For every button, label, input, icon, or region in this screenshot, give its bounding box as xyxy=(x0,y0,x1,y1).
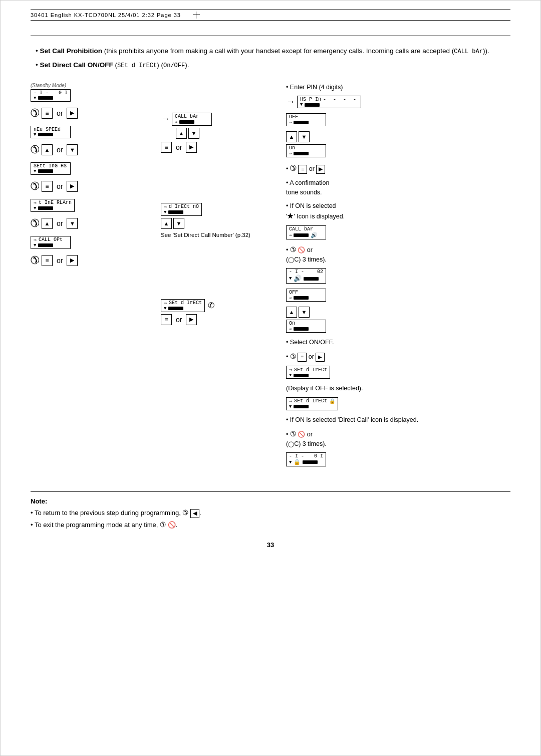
lcd-new-speed: nEu SPEEd ▼ xyxy=(31,126,71,138)
lcd-on2: On ⇒ xyxy=(286,320,326,333)
step-call-bar: → CALL bAr ⇒ ▲ ▼ xyxy=(161,113,281,153)
tone-sounds-text: tone sounds. xyxy=(286,189,322,196)
lcd-la-line1: t InE RLArn xyxy=(39,200,72,205)
lcd-sdr2-bar xyxy=(294,405,309,408)
lcd-off1-arrow: ⇒ xyxy=(289,120,292,125)
note-bold: Note: xyxy=(31,497,47,505)
handset-icon-3t1: ✆ xyxy=(290,244,296,255)
set-direct-action: ≡ or ▶ xyxy=(161,314,281,325)
step-standby: (Standby Mode) - I - 0 I ▼ xyxy=(31,83,151,102)
lcd-hp-bar xyxy=(305,103,320,107)
up-btn-2: ▲ xyxy=(42,218,53,229)
lcd-sdm-line1: SEt d IrECt xyxy=(169,300,202,306)
or-text-3: or xyxy=(57,182,63,190)
handset-icon-r1: ✆ xyxy=(290,162,297,174)
lcd-set-direct-mid: ⇒ SEt d IrECt ▼ xyxy=(161,299,205,312)
header-bar: 30401 English KX-TCD700NL 25/4/01 2:32 P… xyxy=(31,10,510,21)
right-r2: ▶ xyxy=(316,353,325,362)
lcd-dn-signal: ▼ xyxy=(164,210,166,215)
lcd-ns-bar xyxy=(38,133,53,136)
right-cb: ▶ xyxy=(186,142,197,153)
intro-bullet2: • Set Direct Call ON/OFF (SEt d IrECt) (… xyxy=(36,60,510,70)
header-crosshair xyxy=(193,12,200,19)
enter-pin-item: • Enter PIN (4 digits) xyxy=(286,83,510,92)
lcd-la-signal: ▼ xyxy=(34,206,36,211)
down-off1: ▼ xyxy=(299,131,310,142)
lcd-hp-dashes: - - - - xyxy=(323,97,358,102)
up-btn-1: ▲ xyxy=(42,144,53,155)
step2-action: ✆ ▲ or ▼ xyxy=(31,143,151,156)
three-times-2: 3 times xyxy=(303,440,323,447)
step-on2: On ⇒ xyxy=(286,320,510,333)
lcd-co-signal: ▼ xyxy=(34,243,36,248)
lcd-off2-arrow: ⇒ xyxy=(289,295,292,301)
see-direct-note: See 'Set Direct Call Number' (p.32) xyxy=(161,231,251,239)
lcd-s2-sound: 🔊 xyxy=(294,275,302,283)
col-c: • Enter PIN (4 digits) → HS P In - - - -… xyxy=(281,83,510,472)
lcd-sdm-arrow: ⇒ xyxy=(164,300,167,306)
lcd-call-bar-r: CALL bAr ⇒ 🔊 xyxy=(286,225,326,239)
lcd-s2-signal: ▼ xyxy=(289,276,292,281)
lcd-on1-bar xyxy=(294,152,309,155)
handset-icon-4: ✆ xyxy=(31,217,40,230)
lcd-sf-signal: ▼ xyxy=(289,460,292,465)
menu-or-3times-2: • ✆ 🚫 or (◯C) 3 times). xyxy=(286,429,510,449)
lcd-on1: On ⇒ xyxy=(286,144,326,157)
or-r2: or xyxy=(309,353,316,360)
step-new-speed: nEu SPEEd ▼ xyxy=(31,126,151,138)
lcd-la-bar xyxy=(38,206,53,210)
note-section: Note: • To return to the previous step d… xyxy=(31,491,510,531)
lcd-call-opt: ⇒ CALL OPt ▼ xyxy=(31,236,71,249)
handset-icon-5: ✆ xyxy=(31,254,40,267)
bullet2-bold: Set Direct Call ON/OFF xyxy=(40,61,113,69)
lcd-sdr1-signal: ▼ xyxy=(289,373,292,378)
lcd-standby: - I - 0 I ▼ xyxy=(31,89,71,102)
select-onoff-text: • Select ON/OFF. xyxy=(286,339,334,346)
lcd-sh-bar xyxy=(38,169,53,173)
lcd-cb-arrow: ⇒ xyxy=(175,119,177,125)
lcd-on1-line1: On xyxy=(289,145,323,151)
or-text-5: or xyxy=(57,257,63,265)
back-btn-note: ◀ xyxy=(190,509,199,518)
step1-action: ✆ ≡ or ▶ xyxy=(31,107,151,120)
three-times-1: 3 times xyxy=(303,256,323,263)
lcd-cbr-arrow: ⇒ xyxy=(289,232,292,238)
lcd-s2-bar xyxy=(304,277,319,281)
lcd-signal-icon: ▼ xyxy=(34,96,36,101)
lcd-off2-bar xyxy=(294,296,309,300)
lcd-set-direct-r1: ⇒ SEt d IrECt ▼ xyxy=(286,366,330,379)
bullet2-code2: On/OFF xyxy=(163,62,185,69)
if-on-direct-bullet: • If ON is selected 'Direct Call' icon i… xyxy=(286,415,510,425)
lcd-cb-line1: CALL bAr xyxy=(175,114,199,119)
lcd-cbr-signal2: 🔊 xyxy=(311,232,318,238)
display-if-off-text: (Display if OFF is selected). xyxy=(286,385,363,392)
lcd-call-bar: CALL bAr ⇒ xyxy=(172,113,212,126)
select-onoff-bullet: • Select ON/OFF. xyxy=(286,338,510,347)
lcd-on2-arrow: ⇒ xyxy=(289,326,292,332)
lcd-setting-hs: SEtt InG HS ▼ xyxy=(31,162,71,175)
lcd-off1: OFF ⇒ xyxy=(286,113,326,126)
lcd-direct-no: ⇒ d IrECt nO ▼ xyxy=(161,203,202,216)
bullet2-code1: SEt d IrECt xyxy=(117,62,157,69)
menu-or-r2-bullet: • ✆ ≡ or ▶ xyxy=(286,351,510,362)
bullet1-text: (this prohibits anyone from making a cal… xyxy=(102,47,454,55)
display-if-off-bullet: (Display if OFF is selected). xyxy=(286,384,510,393)
step-standby2: - I - 02 ▼ 🔊 xyxy=(286,268,510,284)
lcd-co-bar xyxy=(38,243,53,247)
note-title-text: Note: xyxy=(31,496,510,507)
lcd-sdr1-bar xyxy=(294,374,309,377)
lcd-off1-line1: OFF xyxy=(289,114,298,120)
conf-tone-text: • A confirmation xyxy=(286,179,329,186)
cancel-icon-1: 🚫 xyxy=(298,246,305,254)
lcd-dn-arrow: ⇒ xyxy=(164,204,167,210)
handset-icon-1: ✆ xyxy=(31,107,40,120)
enter-pin-label: • Enter PIN (4 digits) xyxy=(286,84,343,91)
lcd-s2-right: 02 xyxy=(317,269,323,275)
right-btn-2: ▶ xyxy=(67,181,78,192)
handset-icon-3: ✆ xyxy=(31,180,40,193)
down-dn: ▼ xyxy=(173,218,184,229)
right-btn-3: ▶ xyxy=(67,255,78,266)
or-text-4: or xyxy=(57,219,63,227)
top-rule xyxy=(31,36,510,36)
or-cb: or xyxy=(176,143,182,151)
